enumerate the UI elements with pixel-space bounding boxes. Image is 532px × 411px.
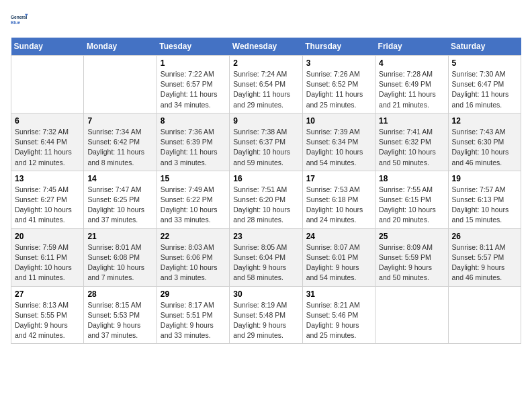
day-number: 2 bbox=[233, 58, 298, 68]
day-info: Sunrise: 7:34 AMSunset: 6:42 PMDaylight:… bbox=[87, 127, 152, 168]
calendar-cell: 30Sunrise: 8:19 AMSunset: 5:48 PMDayligh… bbox=[230, 286, 302, 344]
day-info: Sunrise: 7:22 AMSunset: 6:57 PMDaylight:… bbox=[161, 69, 226, 110]
calendar-cell: 23Sunrise: 8:05 AMSunset: 6:04 PMDayligh… bbox=[230, 228, 302, 286]
day-number: 14 bbox=[87, 174, 152, 183]
day-info: Sunrise: 8:01 AMSunset: 6:08 PMDaylight:… bbox=[87, 242, 152, 283]
day-number: 1 bbox=[161, 58, 226, 68]
calendar-cell: 3Sunrise: 7:26 AMSunset: 6:52 PMDaylight… bbox=[302, 56, 375, 113]
calendar-cell: 9Sunrise: 7:38 AMSunset: 6:37 PMDaylight… bbox=[230, 113, 302, 171]
svg-text:Blue: Blue bbox=[11, 20, 20, 25]
day-number: 8 bbox=[161, 116, 226, 126]
calendar-cell: 6Sunrise: 7:32 AMSunset: 6:44 PMDaylight… bbox=[11, 113, 84, 171]
day-info: Sunrise: 7:45 AMSunset: 6:27 PMDaylight:… bbox=[15, 185, 80, 226]
calendar-cell: 19Sunrise: 7:57 AMSunset: 6:13 PMDayligh… bbox=[448, 171, 521, 228]
calendar-cell: 24Sunrise: 8:07 AMSunset: 6:01 PMDayligh… bbox=[302, 228, 375, 286]
day-info: Sunrise: 8:07 AMSunset: 6:01 PMDaylight:… bbox=[306, 242, 371, 283]
day-number: 28 bbox=[87, 289, 152, 299]
calendar-cell bbox=[375, 286, 448, 344]
calendar-cell: 5Sunrise: 7:30 AMSunset: 6:47 PMDaylight… bbox=[448, 56, 521, 113]
day-number: 25 bbox=[379, 232, 444, 241]
weekday-header-friday: Friday bbox=[375, 38, 448, 56]
day-info: Sunrise: 7:30 AMSunset: 6:47 PMDaylight:… bbox=[452, 69, 517, 110]
day-number: 11 bbox=[379, 116, 444, 126]
day-info: Sunrise: 8:13 AMSunset: 5:55 PMDaylight:… bbox=[15, 300, 80, 341]
calendar-cell: 7Sunrise: 7:34 AMSunset: 6:42 PMDaylight… bbox=[84, 113, 157, 171]
day-number: 27 bbox=[15, 289, 80, 299]
svg-text:General: General bbox=[11, 15, 27, 19]
day-info: Sunrise: 7:59 AMSunset: 6:11 PMDaylight:… bbox=[15, 242, 80, 283]
weekday-header-sunday: Sunday bbox=[11, 38, 84, 56]
calendar-cell: 10Sunrise: 7:39 AMSunset: 6:34 PMDayligh… bbox=[302, 113, 375, 171]
day-info: Sunrise: 7:57 AMSunset: 6:13 PMDaylight:… bbox=[452, 185, 517, 226]
calendar-cell: 25Sunrise: 8:09 AMSunset: 5:59 PMDayligh… bbox=[375, 228, 448, 286]
day-info: Sunrise: 8:19 AMSunset: 5:48 PMDaylight:… bbox=[233, 300, 298, 341]
day-info: Sunrise: 7:41 AMSunset: 6:32 PMDaylight:… bbox=[379, 127, 444, 168]
day-number: 12 bbox=[452, 116, 517, 126]
calendar-cell: 13Sunrise: 7:45 AMSunset: 6:27 PMDayligh… bbox=[11, 171, 84, 228]
weekday-header-saturday: Saturday bbox=[448, 38, 521, 56]
calendar-cell: 28Sunrise: 8:15 AMSunset: 5:53 PMDayligh… bbox=[84, 286, 157, 344]
calendar-cell: 4Sunrise: 7:28 AMSunset: 6:49 PMDaylight… bbox=[375, 56, 448, 113]
day-info: Sunrise: 7:32 AMSunset: 6:44 PMDaylight:… bbox=[15, 127, 80, 168]
day-number: 20 bbox=[15, 232, 80, 241]
logo-icon: GeneralBlue bbox=[11, 11, 30, 30]
day-info: Sunrise: 8:15 AMSunset: 5:53 PMDaylight:… bbox=[87, 300, 152, 341]
day-info: Sunrise: 7:53 AMSunset: 6:18 PMDaylight:… bbox=[306, 185, 371, 226]
calendar-cell: 18Sunrise: 7:55 AMSunset: 6:15 PMDayligh… bbox=[375, 171, 448, 228]
calendar-cell bbox=[11, 56, 84, 113]
calendar-cell: 16Sunrise: 7:51 AMSunset: 6:20 PMDayligh… bbox=[230, 171, 302, 228]
day-info: Sunrise: 8:05 AMSunset: 6:04 PMDaylight:… bbox=[233, 242, 298, 283]
day-number: 4 bbox=[379, 58, 444, 68]
day-info: Sunrise: 7:28 AMSunset: 6:49 PMDaylight:… bbox=[379, 69, 444, 110]
calendar-cell: 1Sunrise: 7:22 AMSunset: 6:57 PMDaylight… bbox=[157, 56, 229, 113]
day-number: 6 bbox=[15, 116, 80, 126]
day-info: Sunrise: 7:43 AMSunset: 6:30 PMDaylight:… bbox=[452, 127, 517, 168]
day-number: 15 bbox=[161, 174, 226, 183]
day-number: 19 bbox=[452, 174, 517, 183]
day-number: 3 bbox=[306, 58, 371, 68]
day-info: Sunrise: 7:49 AMSunset: 6:22 PMDaylight:… bbox=[161, 185, 226, 226]
day-number: 21 bbox=[87, 232, 152, 241]
day-info: Sunrise: 7:26 AMSunset: 6:52 PMDaylight:… bbox=[306, 69, 371, 110]
day-number: 13 bbox=[15, 174, 80, 183]
calendar-cell: 12Sunrise: 7:43 AMSunset: 6:30 PMDayligh… bbox=[448, 113, 521, 171]
page-header: GeneralBlue bbox=[11, 11, 521, 30]
calendar-cell bbox=[84, 56, 157, 113]
day-info: Sunrise: 7:36 AMSunset: 6:39 PMDaylight:… bbox=[161, 127, 226, 168]
day-number: 30 bbox=[233, 289, 298, 299]
weekday-header-tuesday: Tuesday bbox=[157, 38, 229, 56]
calendar-cell bbox=[448, 286, 521, 344]
calendar-cell: 26Sunrise: 8:11 AMSunset: 5:57 PMDayligh… bbox=[448, 228, 521, 286]
day-number: 17 bbox=[306, 174, 371, 183]
calendar-cell: 8Sunrise: 7:36 AMSunset: 6:39 PMDaylight… bbox=[157, 113, 229, 171]
calendar-table: SundayMondayTuesdayWednesdayThursdayFrid… bbox=[11, 38, 521, 344]
calendar-cell: 17Sunrise: 7:53 AMSunset: 6:18 PMDayligh… bbox=[302, 171, 375, 228]
day-info: Sunrise: 8:21 AMSunset: 5:46 PMDaylight:… bbox=[306, 300, 371, 341]
day-number: 29 bbox=[161, 289, 226, 299]
day-info: Sunrise: 8:17 AMSunset: 5:51 PMDaylight:… bbox=[161, 300, 226, 341]
day-number: 23 bbox=[233, 232, 298, 241]
calendar-cell: 31Sunrise: 8:21 AMSunset: 5:46 PMDayligh… bbox=[302, 286, 375, 344]
day-info: Sunrise: 7:51 AMSunset: 6:20 PMDaylight:… bbox=[233, 185, 298, 226]
logo: GeneralBlue bbox=[11, 11, 30, 30]
calendar-cell: 22Sunrise: 8:03 AMSunset: 6:06 PMDayligh… bbox=[157, 228, 229, 286]
weekday-header-monday: Monday bbox=[84, 38, 157, 56]
calendar-cell: 14Sunrise: 7:47 AMSunset: 6:25 PMDayligh… bbox=[84, 171, 157, 228]
day-info: Sunrise: 8:11 AMSunset: 5:57 PMDaylight:… bbox=[452, 242, 517, 283]
day-number: 22 bbox=[161, 232, 226, 241]
day-number: 10 bbox=[306, 116, 371, 126]
weekday-header-wednesday: Wednesday bbox=[230, 38, 302, 56]
calendar-cell: 29Sunrise: 8:17 AMSunset: 5:51 PMDayligh… bbox=[157, 286, 229, 344]
calendar-cell: 27Sunrise: 8:13 AMSunset: 5:55 PMDayligh… bbox=[11, 286, 84, 344]
day-info: Sunrise: 7:47 AMSunset: 6:25 PMDaylight:… bbox=[87, 185, 152, 226]
weekday-header-thursday: Thursday bbox=[302, 38, 375, 56]
calendar-cell: 11Sunrise: 7:41 AMSunset: 6:32 PMDayligh… bbox=[375, 113, 448, 171]
day-info: Sunrise: 8:03 AMSunset: 6:06 PMDaylight:… bbox=[161, 242, 226, 283]
day-number: 5 bbox=[452, 58, 517, 68]
calendar-cell: 21Sunrise: 8:01 AMSunset: 6:08 PMDayligh… bbox=[84, 228, 157, 286]
day-info: Sunrise: 7:24 AMSunset: 6:54 PMDaylight:… bbox=[233, 69, 298, 110]
day-number: 18 bbox=[379, 174, 444, 183]
day-info: Sunrise: 7:55 AMSunset: 6:15 PMDaylight:… bbox=[379, 185, 444, 226]
calendar-cell: 15Sunrise: 7:49 AMSunset: 6:22 PMDayligh… bbox=[157, 171, 229, 228]
day-number: 26 bbox=[452, 232, 517, 241]
